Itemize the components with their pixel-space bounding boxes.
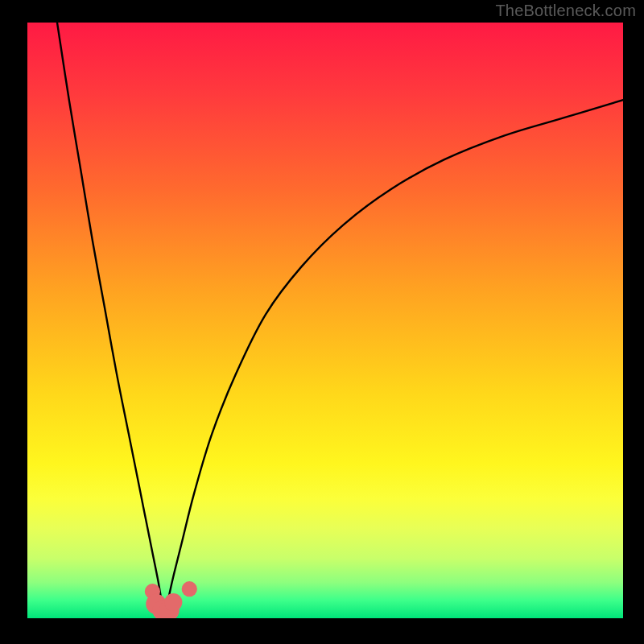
marker-r-dot xyxy=(182,581,197,597)
curve-right-branch xyxy=(164,100,623,615)
watermark-text: TheBottleneck.com xyxy=(495,2,636,20)
plot-area xyxy=(27,23,623,618)
curve-layer xyxy=(27,23,623,618)
outer-frame: TheBottleneck.com xyxy=(0,0,644,644)
marker-l-bottom-5 xyxy=(164,593,182,611)
curve-left-branch xyxy=(57,23,164,615)
